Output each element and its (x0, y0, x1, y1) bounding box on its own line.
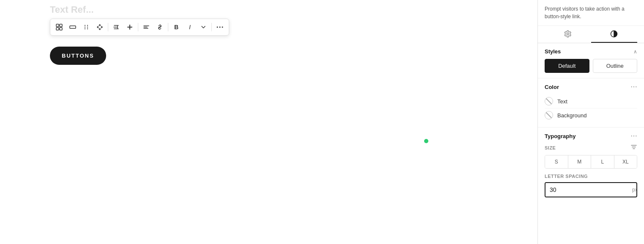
plus-icon[interactable] (123, 21, 136, 33)
more-format-button[interactable] (197, 21, 210, 33)
text-color-swatch (545, 97, 553, 105)
canvas-button-element[interactable]: BUTTONS (50, 47, 106, 65)
styles-chevron-icon[interactable]: ∧ (633, 49, 637, 55)
size-buttons-group: S M L XL (545, 155, 637, 169)
align-icon[interactable] (140, 21, 153, 33)
typography-section: Typography ⋯ SIZE S M L XL LETTER SPACIN… (538, 128, 644, 202)
bold-button[interactable]: B (170, 21, 183, 33)
styles-title: Styles (545, 48, 561, 55)
drag-icon[interactable] (80, 21, 93, 33)
typography-more-button[interactable]: ⋯ (630, 133, 637, 139)
svg-point-12 (219, 27, 221, 28)
grid-icon[interactable] (53, 21, 66, 33)
color-more-button[interactable]: ⋯ (630, 83, 637, 90)
svg-rect-1 (60, 24, 62, 27)
svg-point-11 (217, 27, 218, 28)
bold-label: B (174, 24, 178, 30)
svg-rect-2 (56, 28, 59, 30)
svg-point-13 (222, 27, 223, 28)
arrows-icon[interactable] (93, 21, 106, 33)
italic-button[interactable]: I (184, 21, 196, 33)
size-xl-button[interactable]: XL (614, 155, 637, 168)
letter-spacing-label: LETTER SPACING (545, 174, 637, 179)
letter-spacing-input-row: px (545, 182, 637, 197)
default-style-button[interactable]: Default (545, 59, 589, 73)
color-section: Color ⋯ Text Background (538, 78, 644, 128)
svg-rect-0 (56, 24, 59, 27)
italic-label: I (189, 24, 191, 30)
color-title: Color (545, 84, 559, 90)
background-color-swatch (545, 111, 553, 119)
slash-icon (546, 98, 552, 104)
styles-tab[interactable] (591, 26, 638, 43)
size-l-button[interactable]: L (591, 155, 614, 168)
size-label: SIZE (545, 145, 556, 150)
toolbar-divider-4 (211, 23, 212, 31)
canvas-area: Text Ref... (0, 0, 537, 244)
size-row: SIZE (545, 144, 637, 152)
color-section-header: Color ⋯ (545, 83, 637, 90)
toolbar-divider-2 (138, 23, 138, 31)
link-icon[interactable] (153, 21, 166, 33)
letter-spacing-unit: px (628, 183, 637, 196)
slash-icon (546, 112, 552, 118)
svg-point-7 (85, 28, 85, 29)
typography-header: Typography ⋯ (545, 133, 637, 139)
svg-point-9 (87, 27, 88, 28)
more-options-button[interactable] (214, 21, 226, 33)
svg-point-10 (87, 28, 88, 29)
typography-title: Typography (545, 133, 575, 139)
settings-tab[interactable] (545, 26, 591, 43)
background-color-label: Background (557, 112, 586, 119)
toolbar-divider-3 (168, 23, 168, 31)
styles-section: Styles ∧ Default Outline (538, 43, 644, 78)
panel-tabs (538, 26, 644, 43)
size-filter-icon[interactable] (630, 144, 637, 152)
block-icon[interactable] (66, 21, 79, 33)
panel-description: Prompt visitors to take action with a bu… (538, 0, 644, 26)
status-dot (424, 139, 428, 143)
text-color-label: Text (557, 98, 567, 105)
size-s-button[interactable]: S (545, 155, 568, 168)
text-color-row[interactable]: Text (545, 94, 637, 108)
svg-point-5 (85, 25, 85, 26)
right-panel: Prompt visitors to take action with a bu… (537, 0, 644, 244)
styles-section-header: Styles ∧ (545, 48, 637, 55)
letter-spacing-input[interactable] (545, 183, 628, 197)
toolbar: B I (50, 19, 229, 36)
style-buttons-group: Default Outline (545, 59, 637, 73)
size-m-button[interactable]: M (568, 155, 592, 168)
indent-icon[interactable] (110, 21, 123, 33)
svg-point-6 (85, 27, 85, 28)
svg-point-8 (87, 25, 88, 26)
toolbar-divider-1 (108, 23, 108, 31)
outline-style-button[interactable]: Outline (593, 59, 638, 73)
background-color-row[interactable]: Background (545, 108, 637, 122)
svg-rect-4 (70, 26, 76, 28)
canvas-title: Text Ref... (50, 4, 94, 15)
svg-rect-3 (60, 28, 62, 30)
